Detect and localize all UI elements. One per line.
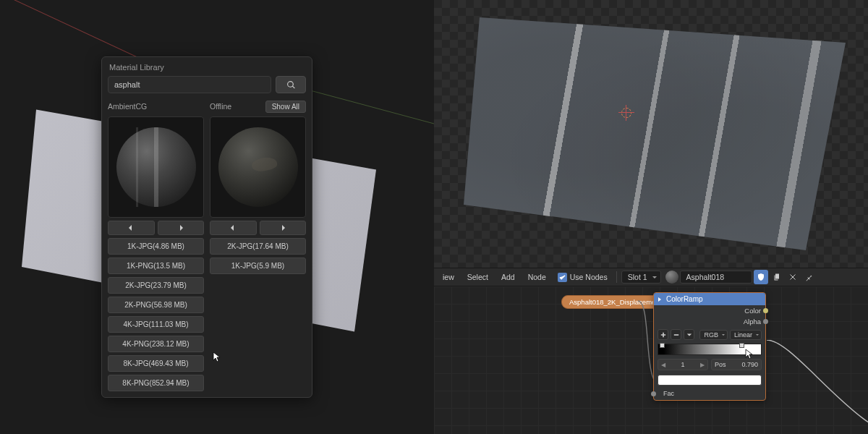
copy-button[interactable] [770, 270, 784, 284]
menu-node[interactable]: Node [522, 271, 552, 284]
stop-position-field[interactable]: Pos 0.790 [711, 359, 762, 370]
search-icon [286, 80, 296, 90]
copy-icon [773, 273, 781, 281]
resolution-button[interactable]: 8K-JPG(469.43 MB) [108, 355, 204, 372]
panel-title: Material Library [108, 63, 306, 72]
color-ramp-gradient[interactable] [658, 344, 762, 355]
material-name-field[interactable]: Asphalt018 [680, 271, 752, 284]
pin-icon [804, 273, 813, 281]
node-link-output [767, 340, 868, 434]
use-nodes-label: Use Nodes [570, 273, 608, 281]
chevron-left-icon [229, 224, 237, 231]
dropdown-menu-button[interactable] [684, 329, 694, 340]
close-icon [788, 273, 797, 281]
chevron-right-icon [177, 224, 184, 231]
search-button[interactable] [276, 76, 306, 93]
stop-index-field[interactable]: ◀ 1 ▶ [658, 359, 708, 370]
node-editor-header: iew Select Add Node Use Nodes Slot 1 Asp… [434, 268, 868, 286]
stop-index-value: 1 [681, 361, 684, 368]
remove-stop-button[interactable] [671, 329, 681, 340]
minus-icon [673, 332, 679, 338]
preview-sphere-icon [116, 127, 196, 207]
mouse-cursor-icon [213, 352, 221, 363]
resolution-button[interactable]: 4K-PNG(238.12 MB) [108, 336, 204, 352]
output-label-color: Color [744, 307, 761, 315]
menu-select[interactable]: Select [461, 271, 494, 284]
chevron-down-icon [686, 332, 692, 338]
left-3d-viewport[interactable]: Material Library AmbientCG [0, 0, 434, 434]
resolution-button[interactable]: 1K-JPG(5.9 MB) [210, 258, 306, 274]
show-all-button[interactable]: Show All [265, 101, 306, 113]
plus-icon [660, 332, 666, 338]
checkbox-checked-icon [558, 273, 567, 282]
next-material-button[interactable] [260, 221, 307, 235]
resolution-button[interactable]: 2K-JPG(23.79 MB) [108, 277, 204, 294]
color-stop-handle[interactable] [739, 343, 744, 357]
stop-position-value: 0.790 [741, 361, 758, 368]
separator [616, 271, 617, 283]
right-3d-viewport[interactable] [434, 0, 868, 268]
shield-icon [757, 273, 765, 281]
material-preview-offline[interactable] [210, 116, 306, 218]
decrement-icon[interactable]: ◀ [661, 362, 665, 368]
resolution-button[interactable]: 2K-JPG(17.64 MB) [210, 238, 306, 255]
source-column-ambientcg: AmbientCG 1K-JPG(4.86 MB) 1K-PNG(13.5 MB… [108, 99, 204, 391]
output-socket-color-icon[interactable] [763, 308, 768, 313]
gradient-fill-icon [658, 344, 761, 354]
color-stop-handle[interactable] [660, 343, 665, 357]
chevron-right-icon [279, 224, 286, 231]
resolution-list-offline: 2K-JPG(17.64 MB) 1K-JPG(5.9 MB) [210, 238, 306, 274]
source-column-offline: Offline Show All 2K-JPG(17.64 MB) 1K-JPG… [210, 99, 306, 391]
preview-sphere-icon [218, 127, 298, 207]
resolution-button[interactable]: 4K-JPG(111.03 MB) [108, 316, 204, 333]
node-title-bar[interactable]: ColorRamp [654, 293, 765, 305]
menu-add[interactable]: Add [495, 271, 521, 284]
stop-color-swatch[interactable] [658, 375, 762, 386]
input-socket-fac-icon[interactable] [651, 391, 656, 396]
resolution-button[interactable]: 1K-PNG(13.5 MB) [108, 258, 204, 274]
resolution-button[interactable]: 1K-JPG(4.86 MB) [108, 238, 204, 255]
interpolation-dropdown[interactable]: Linear [730, 330, 762, 340]
pin-button[interactable] [754, 270, 768, 284]
input-label-fac: Fac [663, 390, 674, 397]
chevron-left-icon [127, 224, 135, 231]
output-socket-alpha-icon[interactable] [763, 319, 768, 324]
prev-material-button[interactable] [210, 221, 257, 235]
unlink-button[interactable] [786, 270, 800, 284]
column-label: AmbientCG [108, 102, 147, 111]
increment-icon[interactable]: ▶ [700, 362, 705, 368]
material-library-panel: Material Library AmbientCG [101, 56, 312, 398]
3d-cursor-icon [618, 105, 634, 121]
pin-toggle-button[interactable] [801, 270, 816, 284]
add-stop-button[interactable] [658, 329, 668, 340]
resolution-list-ambientcg: 1K-JPG(4.86 MB) 1K-PNG(13.5 MB) 2K-JPG(2… [108, 238, 204, 391]
material-search-input[interactable] [108, 76, 271, 93]
material-preview-ambientcg[interactable] [108, 116, 204, 218]
resolution-button[interactable]: 8K-PNG(852.94 MB) [108, 375, 204, 391]
output-label-alpha: Alpha [744, 318, 761, 326]
collapse-triangle-icon[interactable] [658, 297, 663, 302]
resolution-button[interactable]: 2K-PNG(56.98 MB) [108, 297, 204, 313]
pos-label: Pos [715, 361, 726, 368]
column-label: Offline [210, 102, 231, 111]
node-title-label: ColorRamp [666, 295, 703, 303]
material-sphere-icon [665, 271, 678, 284]
prev-material-button[interactable] [108, 221, 155, 235]
material-slot-dropdown[interactable]: Slot 1 [621, 271, 661, 284]
shader-node-editor[interactable]: Asphalt018_2K_Displacement.jpg ColorRamp… [434, 286, 868, 434]
use-nodes-checkbox[interactable]: Use Nodes [553, 273, 612, 282]
color-ramp-node[interactable]: ColorRamp Color Alpha RGB Linear ◀ 1 [653, 292, 766, 401]
menu-view[interactable]: iew [437, 271, 460, 284]
next-material-button[interactable] [158, 221, 205, 235]
color-mode-dropdown[interactable]: RGB [699, 330, 728, 340]
